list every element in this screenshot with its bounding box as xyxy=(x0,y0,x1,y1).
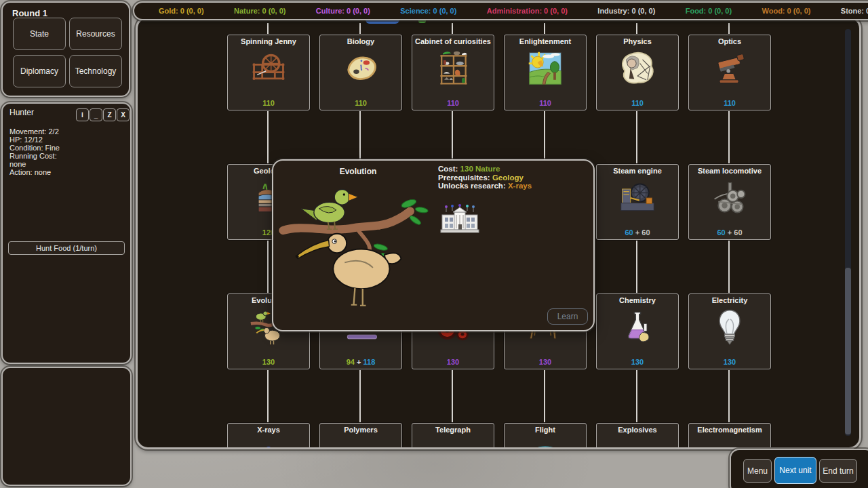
turn-bar: Menu Next unit End turn xyxy=(730,449,868,488)
resource-stone: Stone: 0 (0, 0) xyxy=(841,7,868,15)
popup-info: Cost: 130 Nature Prerequisites: Geology … xyxy=(438,165,532,190)
tech-card-telegraph[interactable]: Telegraph xyxy=(412,423,494,449)
resource-wood: Wood: 0 (0, 0) xyxy=(762,7,811,15)
tech-card-steam-engine[interactable]: Steam engine 60 + 60 xyxy=(596,164,679,240)
game-screen: { "top_bar": { "resources": [ {"text": "… xyxy=(0,0,868,488)
tech-card-electricity[interactable]: Electricity 130 xyxy=(688,293,771,369)
tech-card-physics[interactable]: Physics 110 xyxy=(596,35,679,110)
scrollbar-thumb[interactable] xyxy=(845,268,851,434)
connector-line xyxy=(359,23,361,35)
tech-card-spinning-jenny[interactable]: Spinning Jenny 110 xyxy=(227,35,310,110)
connector-line xyxy=(544,368,545,423)
resource-food: Food: 0 (0, 0) xyxy=(686,7,732,15)
tech-name: Polymers xyxy=(321,426,400,434)
stat-movement: Movement: 2/2 xyxy=(9,127,60,136)
connector-line xyxy=(636,239,637,293)
tech-cost: 110 xyxy=(320,99,401,107)
resource-gold: Gold: 0 (0, 0) xyxy=(159,7,204,15)
tech-card-cabinet-of-curiosities[interactable]: Cabinet of curiosities 110 xyxy=(412,35,494,110)
tech-cost: 130 xyxy=(689,358,770,366)
learn-button[interactable]: Learn xyxy=(547,308,588,325)
tech-detail-popup: Evolution Cost: 130 Nature Prerequisites… xyxy=(272,159,595,331)
connector-line xyxy=(728,109,730,164)
tech-tree-panel: Spinning Jenny 110 Biology 110 Cabinet o… xyxy=(136,16,861,449)
tech-card-electromagnetism[interactable]: Electromagnetism xyxy=(688,423,771,449)
resource-administration: Administration: 0 (0, 0) xyxy=(487,7,568,15)
tech-name: Telegraph xyxy=(414,426,492,434)
connector-line xyxy=(728,239,730,293)
tech-name: Biology xyxy=(321,37,400,45)
connector-line xyxy=(267,368,269,423)
technology-button[interactable]: Technology xyxy=(69,55,122,87)
physics-icon xyxy=(618,49,656,87)
minimize-button[interactable]: _ xyxy=(90,108,102,121)
stat-hp: HP: 12/12 xyxy=(9,136,60,144)
connector-line xyxy=(359,368,361,423)
tech-cost: 110 xyxy=(505,99,586,107)
minimap-panel xyxy=(1,367,132,486)
connector-line xyxy=(359,109,361,164)
menu-button[interactable]: Menu xyxy=(743,459,772,483)
connector-line xyxy=(452,109,453,164)
resource-industry: Industry: 0 (0, 0) xyxy=(597,7,655,15)
connector-line xyxy=(267,239,269,293)
spinning-jenny-icon xyxy=(250,49,288,87)
tech-cost: 94 + 118 xyxy=(320,358,401,366)
popup-cost-line: Cost: 130 Nature xyxy=(438,165,532,174)
resources-button[interactable]: Resources xyxy=(69,18,122,50)
tech-card-optics[interactable]: Optics 110 xyxy=(688,35,771,110)
tech-name: Cabinet of curiosities xyxy=(414,37,492,45)
tech-name: Chemistry xyxy=(598,296,677,304)
tech-name: Flight xyxy=(506,426,585,434)
resource-bar: Gold: 0 (0, 0) Nature: 0 (0, 0) Culture:… xyxy=(133,1,868,20)
hunt-food-button[interactable]: Hunt Food (1/turn) xyxy=(8,241,125,255)
tech-name: Enlightenment xyxy=(506,37,585,45)
resource-culture: Culture: 0 (0, 0) xyxy=(316,7,370,15)
unit-panel: Hunter i _ Z X Movement: 2/2 HP: 12/12 C… xyxy=(1,102,132,364)
telegraph-icon xyxy=(435,445,471,449)
end-turn-button[interactable]: End turn xyxy=(819,459,857,483)
tech-card-explosives[interactable]: Explosives xyxy=(596,423,679,449)
flight-icon xyxy=(525,441,566,449)
light-bulb-icon xyxy=(711,308,749,346)
unit-stats: Movement: 2/2 HP: 12/12 Condition: Fine … xyxy=(9,127,60,176)
connector-line xyxy=(636,368,637,423)
tech-card-flight[interactable]: Flight xyxy=(504,423,587,449)
tech-name: Physics xyxy=(598,37,677,45)
tech-card-chemistry[interactable]: Chemistry 130 xyxy=(596,293,679,369)
round-panel: Round 1 State Resources Diplomacy Techno… xyxy=(1,1,130,97)
close-button[interactable]: X xyxy=(117,108,130,121)
stat-running-cost: Running Cost: xyxy=(9,152,60,160)
tech-card-xrays[interactable]: X-rays xyxy=(227,423,310,449)
tech-name: Explosives xyxy=(598,426,677,434)
research-building-icon xyxy=(440,204,479,234)
state-button[interactable]: State xyxy=(13,18,66,50)
info-button[interactable]: i xyxy=(76,108,89,121)
tech-cost: 110 xyxy=(228,99,309,107)
connector-line xyxy=(636,109,637,164)
connector-line xyxy=(452,368,453,423)
steam-engine-icon xyxy=(618,179,656,217)
evolution-illustration xyxy=(279,171,441,314)
xray-dot-icon xyxy=(264,444,273,449)
connector-line xyxy=(544,23,545,35)
tech-cost: 110 xyxy=(597,99,678,107)
next-unit-button[interactable]: Next unit xyxy=(774,457,816,484)
tech-cost: 130 xyxy=(597,358,678,366)
enlightenment-icon xyxy=(526,49,564,87)
tech-name: Steam engine xyxy=(598,167,677,175)
optics-icon xyxy=(711,49,749,87)
tech-card-steam-locomotive[interactable]: Steam locomotive 60 + 60 xyxy=(688,164,771,240)
connector-line xyxy=(452,23,453,35)
zoom-button[interactable]: Z xyxy=(103,108,116,121)
scrollbar-track[interactable] xyxy=(845,29,851,436)
tech-card-polymers[interactable]: Polymers xyxy=(319,423,402,449)
tech-cost: 60 + 60 xyxy=(689,228,770,237)
tech-card-biology[interactable]: Biology 110 xyxy=(319,35,402,110)
tech-name: Electricity xyxy=(690,296,769,304)
diplomacy-button[interactable]: Diplomacy xyxy=(13,55,66,87)
biology-icon xyxy=(342,49,380,87)
tech-name: Optics xyxy=(690,37,769,45)
tech-cost: 60 + 60 xyxy=(597,228,678,237)
tech-card-enlightenment[interactable]: Enlightenment 110 xyxy=(504,35,587,110)
